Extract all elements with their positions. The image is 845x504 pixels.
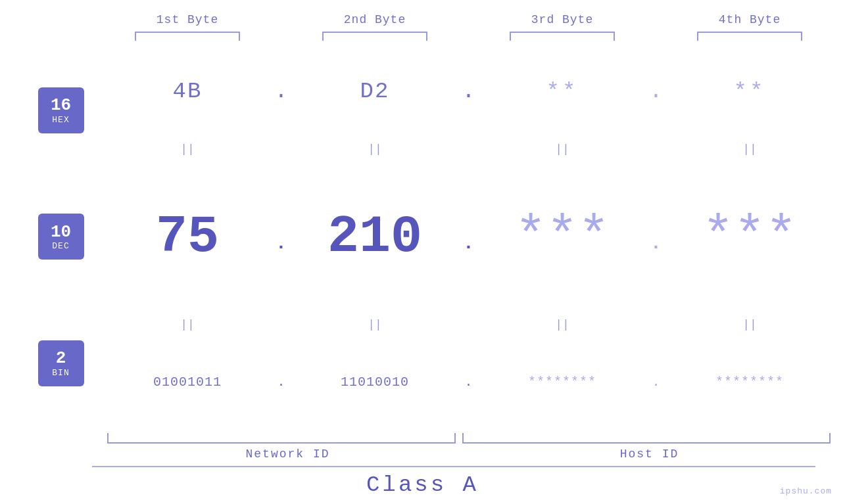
sep-2-4: ||: [669, 318, 831, 331]
nh-columns: Network ID Host ID: [107, 447, 831, 461]
sep-dot-1: [268, 143, 295, 156]
sep-dot-2: [456, 143, 482, 156]
sep-sym-1-2: ||: [368, 143, 382, 156]
bracket-top-3: [510, 32, 615, 41]
hex-cell-2: D2: [295, 79, 456, 104]
byte-label-4: 4th Byte: [669, 13, 831, 26]
sep-sym-2-3: ||: [555, 318, 569, 331]
dec-label: DEC: [52, 241, 69, 251]
label-column: 16 HEX 10 DEC 2 BIN: [15, 41, 107, 433]
watermark: ipshu.com: [780, 486, 832, 496]
network-id-label: Network ID: [107, 447, 469, 461]
byte-columns: 1st Byte 2nd Byte 3rd Byte 4th Byte: [107, 13, 831, 26]
bracket-cols: [107, 32, 831, 41]
dec-val-3: ***: [515, 207, 610, 267]
sep-sym-1-4: ||: [742, 143, 757, 156]
sep-row-1: || || || ||: [107, 143, 831, 156]
bracket-3: [482, 32, 643, 41]
dec-badge: 10 DEC: [38, 214, 84, 260]
bracket-1: [107, 32, 268, 41]
byte-label-3: 3rd Byte: [482, 13, 643, 26]
brackets-row: [0, 32, 845, 41]
dot-bin-2: .: [456, 375, 482, 390]
bracket-2: [295, 32, 456, 41]
bracket-4: [669, 32, 831, 41]
dec-val-1: 75: [156, 207, 219, 267]
bin-cell-3: ********: [482, 375, 643, 390]
dot-hex-2: .: [456, 79, 482, 104]
dot-hex-sym-1: .: [274, 79, 287, 104]
bin-number: 2: [56, 349, 66, 368]
dot-dec-3: .: [643, 220, 669, 254]
bracket-bottom-network: [107, 433, 456, 444]
byte-labels-row: 1st Byte 2nd Byte 3rd Byte 4th Byte: [0, 13, 845, 26]
data-columns: 4B . D2 . ** . **: [107, 41, 831, 433]
bin-cell-2: 11010010: [295, 375, 456, 390]
dec-val-2: 210: [327, 207, 422, 267]
hex-number: 16: [51, 96, 71, 115]
hex-cell-1: 4B: [107, 79, 268, 104]
bin-val-4: ********: [715, 375, 784, 390]
bin-cell-4: ********: [669, 375, 831, 390]
bin-val-3: ********: [528, 375, 596, 390]
bin-badge: 2 BIN: [38, 340, 84, 386]
class-label: Class A: [366, 472, 479, 497]
hex-val-2: D2: [360, 79, 390, 104]
sep-2-1: ||: [107, 318, 268, 331]
sep-2-3: ||: [482, 318, 643, 331]
sep-cols-2: || || || ||: [107, 318, 831, 331]
network-host-labels: Network ID Host ID: [0, 447, 845, 461]
sep-sym-2-4: ||: [742, 318, 757, 331]
dot-dec-sym-2: .: [463, 233, 474, 254]
sep-1-2: ||: [295, 143, 456, 156]
bracket-top-1: [135, 32, 240, 41]
dot-bin-1: .: [268, 375, 295, 390]
content-rows: 16 HEX 10 DEC 2 BIN 4B .: [0, 41, 845, 433]
dec-cell-2: 210: [295, 207, 456, 267]
dot-bin-sym-1: .: [277, 375, 285, 390]
hex-label: HEX: [52, 115, 69, 125]
sep-dot2-2: [456, 318, 482, 331]
dot-hex-sym-2: .: [462, 79, 475, 104]
bottom-bracket-columns: [107, 433, 831, 445]
sep-cols-1: || || || ||: [107, 143, 831, 156]
dot-dec-sym-3: .: [650, 233, 662, 254]
row-hex: 4B . D2 . ** . **: [107, 41, 831, 143]
bin-cell-1: 01001011: [107, 375, 268, 390]
host-id-label: Host ID: [469, 447, 831, 461]
hex-cell-3: **: [482, 79, 643, 104]
row-dec: 75 . 210 . *** . ***: [107, 156, 831, 319]
bottom-section: Network ID Host ID Class A: [0, 433, 845, 504]
bin-label: BIN: [52, 368, 69, 378]
dot-hex-1: .: [268, 79, 295, 104]
hex-val-1: 4B: [173, 79, 203, 104]
sep-row-2: || || || ||: [107, 318, 831, 331]
sep-dot-3: [643, 143, 669, 156]
bin-val-1: 01001011: [153, 375, 222, 390]
sep-dot2-3: [643, 318, 669, 331]
dec-cell-3: ***: [482, 207, 643, 267]
bin-val-2: 11010010: [341, 375, 409, 390]
dec-cell-1: 75: [107, 207, 268, 267]
dot-dec-1: .: [268, 220, 295, 254]
bracket-bottom-host: [462, 433, 831, 444]
hex-cell-4: **: [669, 79, 831, 104]
sep-sym-2-2: ||: [368, 318, 382, 331]
dot-bin-3: .: [643, 375, 669, 390]
class-row: Class A: [0, 466, 845, 504]
sep-sym-1-1: ||: [180, 143, 195, 156]
bracket-top-2: [322, 32, 427, 41]
dot-dec-sym-1: .: [276, 233, 287, 254]
hex-badge: 16 HEX: [38, 87, 84, 133]
dec-val-4: ***: [702, 207, 797, 267]
sep-sym-2-1: ||: [180, 318, 195, 331]
byte-label-1: 1st Byte: [107, 13, 268, 26]
dot-bin-sym-3: .: [652, 375, 660, 390]
sep-1-3: ||: [482, 143, 643, 156]
dec-number: 10: [51, 223, 71, 242]
dot-bin-sym-2: .: [464, 375, 472, 390]
dot-hex-sym-3: .: [649, 79, 662, 104]
class-bracket-line: [92, 466, 815, 467]
bottom-brackets-row: [0, 433, 845, 445]
hex-val-3: **: [546, 79, 579, 104]
